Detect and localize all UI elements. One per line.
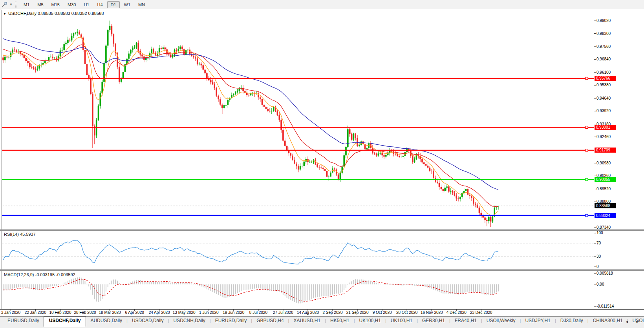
candle-body [269,111,271,111]
date-tick-label: 27 Jul 2020 [269,310,297,315]
chart-tab-bar: EURUSD,DailyUSDCHF,DailyAUDUSD,Daily|USD… [0,316,644,328]
chart-tab-dj30-daily[interactable]: DJ30,Daily [556,317,587,326]
chart-tab-usdchf-daily[interactable]: USDCHF,Daily [44,316,86,327]
line-handle[interactable] [585,149,588,151]
chart-tab-hk50-h1[interactable]: HK50,H1 [326,317,354,326]
candle-body [38,65,40,69]
candle-body [374,153,375,154]
candle-body [204,70,206,73]
chart-tab-eurusd-daily[interactable]: EURUSD,Daily [3,317,44,326]
candle-body [457,199,459,199]
candle-body [134,47,135,47]
candle-body [401,157,402,157]
candle-body [138,43,139,51]
candle-body [75,33,77,33]
candle-body [454,193,456,195]
candle-body [320,168,322,168]
date-tick-label: 24 Apr 2020 [146,310,173,315]
candle-body [427,166,429,168]
line-handle[interactable] [585,126,588,129]
candle-body [443,189,444,191]
chart-tab-eurusd-daily[interactable]: EURUSD,Daily [211,317,251,326]
candle-body [73,33,75,36]
candle-body [381,153,383,156]
candle-body [2,58,4,60]
candle-body [54,58,55,58]
candle-body [177,49,179,51]
chart-tab-uk100-h1[interactable]: UK100,H1 [386,317,417,326]
candle-body [191,54,192,56]
candle-body [484,217,486,220]
candle-body [302,166,303,166]
candle-body [197,58,198,64]
candle-body [128,54,130,59]
candle-body [383,155,385,157]
rsi-line [3,240,498,264]
candle-body [488,217,490,221]
candle-body [161,48,162,49]
chart-tab-usdcad-daily[interactable]: USDCAD,Daily [128,317,168,326]
candle-body [357,138,358,146]
chart-tab-audusd-daily[interactable]: AUDUSD,Daily [86,317,126,326]
window-menu-icon[interactable]: ▼ [3,12,6,16]
chart-canvas[interactable] [0,0,644,328]
candle-body [492,217,494,222]
candle-body [324,169,326,171]
chart-tab-uk100-h1[interactable]: UK100,H1 [355,317,385,326]
candle-body [366,148,368,149]
chart-tab-china300-h1[interactable]: CHINA300,H1 [589,317,627,326]
current-price-label: 0.88568 [595,203,616,208]
candle-body [130,50,132,54]
chart-tab-gbpusd-h4[interactable]: GBPUSD,H4 [252,317,288,326]
candle-body [105,46,107,63]
candle-body [63,44,65,50]
candle-body [218,96,219,100]
line-handle[interactable] [585,214,588,217]
candle-body [486,220,488,221]
chart-tab-ger30-h1[interactable]: GER30,H1 [418,317,449,326]
price-tick-label: 0.97560 [596,44,611,49]
chart-tab-xauusd-h1[interactable]: XAUUSD,H1 [289,317,325,326]
candle-body [187,50,189,51]
macd-tick-label: 0.00 [596,282,604,286]
candle-body [163,47,164,49]
candle-body [477,205,478,208]
date-tick-label: 21 Sep 2020 [344,310,371,315]
chart-tab-usdjpy-h1[interactable]: USDJPY,H1 [521,317,554,326]
candle-body [267,109,269,111]
candle-body [441,187,442,189]
price-tick-label: 0.87340 [596,225,611,230]
candle-body [29,63,31,67]
candle-body [52,57,53,58]
chart-tab-usdcnh-daily[interactable]: USDCNH,Daily [169,317,209,326]
chart-tab-usoil-weekly[interactable]: USOil,Weekly [482,317,520,326]
candle-body [431,171,433,171]
candle-body [412,156,413,162]
candle-body [250,93,252,95]
candle-body [109,26,111,30]
moving-average-line-8 [3,37,498,216]
chart-tabs: EURUSD,DailyUSDCHF,DailyAUDUSD,Daily|USD… [0,317,644,327]
line-handle[interactable] [585,179,588,181]
candle-body [50,57,52,57]
line-handle[interactable] [585,77,588,80]
candle-body [221,105,223,109]
macd-tick-label: -0.011514 [596,304,614,308]
candle-body [216,88,217,96]
candle-body [65,43,67,44]
candle-body [345,147,347,155]
candle-body [475,204,476,205]
chart-tab-fra40-h1[interactable]: FRA40,H1 [450,317,481,326]
candle-body [212,82,214,84]
price-tick-label: 0.98300 [596,31,611,36]
mt4-application-window: { "toolbar": { "timeframes": [ {"label":… [0,0,644,328]
candle-body [107,30,109,46]
candle-body [25,58,27,61]
tab-scroll-arrows[interactable]: ◄ ► [625,320,642,324]
candle-body [203,65,204,69]
price-line-label: 0.93001 [595,125,616,130]
candle-body [100,93,101,106]
price-tick-label: 0.95380 [596,83,611,87]
candle-body [322,168,324,169]
candle-body [463,191,465,193]
